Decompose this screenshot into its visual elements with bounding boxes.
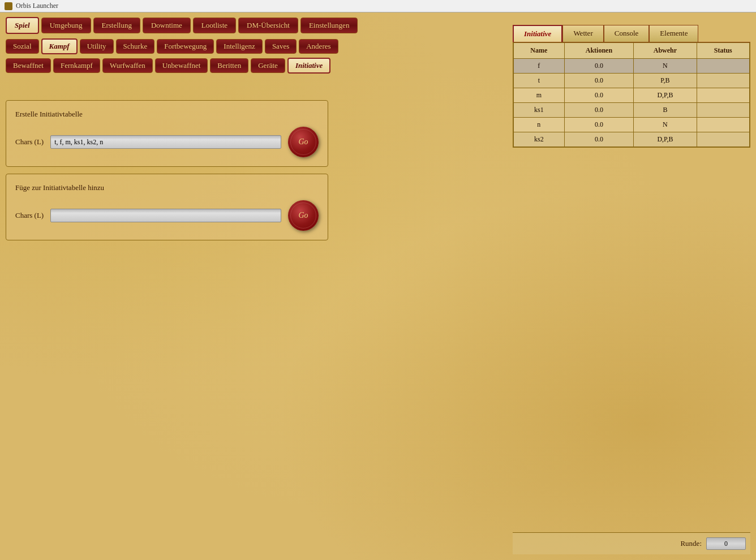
tab-beritten[interactable]: Beritten [210, 58, 248, 73]
cell-name: ks1 [514, 103, 565, 118]
right-tab-console[interactable]: Console [604, 25, 650, 42]
tab-downtime[interactable]: Downtime [143, 18, 191, 33]
cell-abwehr: N [634, 59, 697, 74]
section1-input-row: Chars (L) Go [15, 127, 319, 157]
table-row: f0.0N [514, 59, 750, 74]
app-icon [5, 2, 12, 10]
col-header-status: Status [697, 43, 749, 59]
cell-aktionen: 0.0 [564, 118, 634, 132]
cell-status [697, 88, 749, 103]
round-input[interactable] [706, 537, 746, 550]
right-tab-initiative[interactable]: Initiative [513, 25, 562, 42]
table-row: ks10.0B [514, 103, 750, 118]
cell-status [697, 132, 749, 147]
section1-go-button[interactable]: Go [288, 127, 319, 157]
section1-chars-input[interactable] [50, 135, 281, 149]
table-row: m0.0D,P,B [514, 88, 750, 103]
table-row: ks20.0D,P,B [514, 132, 750, 147]
section2-label: Chars (L) [15, 211, 44, 220]
tab-wurfwaffen[interactable]: Wurfwaffen [102, 58, 153, 73]
round-section: Runde: [513, 532, 750, 554]
tab-unbewaffnet[interactable]: Unbewaffnet [155, 58, 208, 73]
right-panel-tabs: Initiative Wetter Console Elemente [513, 25, 750, 42]
add-initiative-section: Füge zur Initiativtabelle hinzu Chars (L… [6, 174, 328, 240]
cell-aktionen: 0.0 [564, 59, 634, 74]
cell-name: t [514, 74, 565, 88]
tab-bewaffnet[interactable]: Bewaffnet [6, 58, 51, 73]
cell-aktionen: 0.0 [564, 88, 634, 103]
cell-aktionen: 0.0 [564, 132, 634, 147]
cell-abwehr: P,B [634, 74, 697, 88]
cell-name: ks2 [514, 132, 565, 147]
table-row: t0.0P,B [514, 74, 750, 88]
cell-abwehr: D,P,B [634, 132, 697, 147]
main-content: Spiel Umgebung Erstellung Downtime Lootl… [0, 12, 756, 560]
section2-chars-input[interactable] [50, 209, 281, 222]
initiative-table: Name Aktionen Abwehr Status f0.0Nt0.0P,B… [513, 42, 750, 147]
cell-abwehr: N [634, 118, 697, 132]
tab-fernkampf[interactable]: Fernkampf [53, 58, 100, 73]
create-initiative-section: Erstelle Initiativtabelle Chars (L) Go [6, 100, 328, 167]
tab-fortbewegung[interactable]: Fortbewegung [157, 39, 214, 54]
section2-go-button[interactable]: Go [288, 200, 319, 231]
tab-intelligenz[interactable]: Intelligenz [216, 39, 263, 54]
tab-erstellung[interactable]: Erstellung [93, 18, 140, 33]
section2-title: Füge zur Initiativtabelle hinzu [15, 183, 319, 192]
tab-umgebung[interactable]: Umgebung [41, 18, 91, 33]
cell-aktionen: 0.0 [564, 103, 634, 118]
col-header-abwehr: Abwehr [634, 43, 697, 59]
tab-schurke[interactable]: Schurke [116, 39, 155, 54]
tab-anderes[interactable]: Anderes [299, 39, 338, 54]
right-tab-elemente[interactable]: Elemente [649, 25, 698, 42]
tab-utility[interactable]: Utility [80, 39, 114, 54]
right-panel: Initiative Wetter Console Elemente Name … [513, 25, 750, 554]
cell-name: f [514, 59, 565, 74]
section1-label: Chars (L) [15, 137, 44, 147]
cell-status [697, 74, 749, 88]
tab-saves[interactable]: Saves [265, 39, 297, 54]
cell-abwehr: B [634, 103, 697, 118]
col-header-name: Name [514, 43, 565, 59]
col-header-aktionen: Aktionen [564, 43, 634, 59]
tab-sozial[interactable]: Sozial [6, 39, 39, 54]
round-label: Runde: [680, 539, 702, 548]
tab-spiel[interactable]: Spiel [6, 17, 39, 34]
initiative-table-container: Name Aktionen Abwehr Status f0.0Nt0.0P,B… [513, 42, 750, 148]
table-row: n0.0N [514, 118, 750, 132]
section1-title: Erstelle Initiativtabelle [15, 110, 319, 119]
section2-input-row: Chars (L) Go [15, 200, 319, 231]
app-title: Orbis Launcher [16, 2, 58, 10]
tab-initiative[interactable]: Initiative [287, 58, 330, 74]
cell-status [697, 118, 749, 132]
left-panel: Erstelle Initiativtabelle Chars (L) Go F… [6, 100, 328, 247]
cell-name: n [514, 118, 565, 132]
tab-dm-ubersicht[interactable]: DM-Übersicht [238, 18, 298, 33]
tab-kampf[interactable]: Kampf [41, 38, 78, 54]
cell-status [697, 103, 749, 118]
cell-status [697, 59, 749, 74]
cell-aktionen: 0.0 [564, 74, 634, 88]
right-tab-wetter[interactable]: Wetter [562, 25, 603, 42]
title-bar: Orbis Launcher [0, 0, 756, 12]
cell-abwehr: D,P,B [634, 88, 697, 103]
tab-gerate[interactable]: Geräte [251, 58, 285, 73]
tab-einstellungen[interactable]: Einstellungen [300, 18, 358, 33]
tab-lootliste[interactable]: Lootliste [193, 18, 236, 33]
cell-name: m [514, 88, 565, 103]
